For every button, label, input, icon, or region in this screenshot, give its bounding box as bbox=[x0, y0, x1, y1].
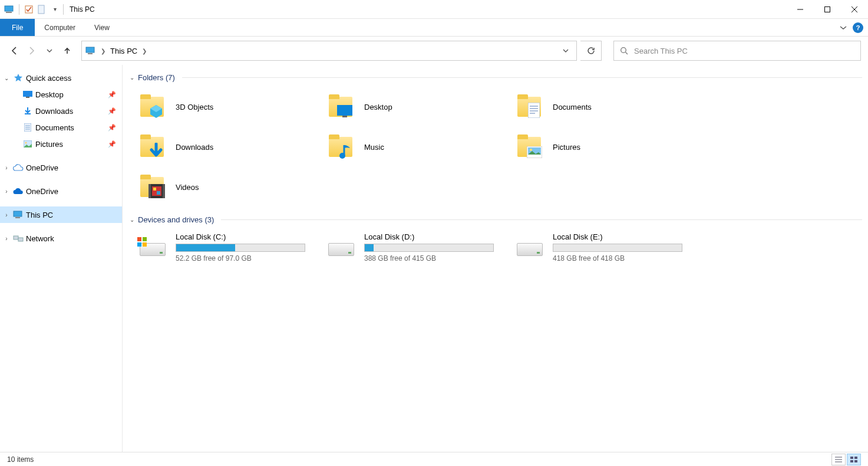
qat-properties-icon[interactable] bbox=[23, 4, 35, 15]
chevron-right-icon[interactable]: › bbox=[2, 212, 11, 218]
svg-rect-38 bbox=[163, 184, 165, 198]
drive-free-text: 52.2 GB free of 97.0 GB bbox=[176, 254, 305, 262]
tree-label: Downloads bbox=[35, 107, 73, 116]
svg-rect-5 bbox=[825, 6, 830, 12]
onedrive-icon bbox=[13, 162, 24, 173]
search-icon bbox=[620, 47, 628, 55]
svg-rect-14 bbox=[25, 113, 31, 114]
folder-downloads[interactable]: Downloads bbox=[138, 132, 326, 162]
nav-back-button[interactable] bbox=[7, 44, 21, 58]
tree-label: OneDrive bbox=[26, 163, 58, 172]
tree-quick-downloads[interactable]: Downloads 📌 bbox=[0, 103, 122, 119]
nav-forward-button[interactable] bbox=[25, 44, 39, 58]
drive-usage-bar bbox=[553, 244, 682, 252]
folder-label: Documents bbox=[553, 103, 592, 111]
folder-3d-objects[interactable]: 3D Objects bbox=[138, 91, 326, 122]
qat-customize-icon[interactable]: ▾ bbox=[49, 4, 61, 15]
download-icon bbox=[22, 106, 33, 116]
group-label: Devices and drives (3) bbox=[138, 215, 214, 224]
svg-rect-44 bbox=[137, 242, 141, 247]
folder-label: Downloads bbox=[176, 143, 213, 152]
chevron-down-icon[interactable]: ⌄ bbox=[2, 75, 11, 81]
folder-documents[interactable]: Documents bbox=[515, 91, 704, 122]
search-box[interactable] bbox=[613, 41, 861, 61]
tree-quick-pictures[interactable]: Pictures 📌 bbox=[0, 136, 122, 152]
address-pc-icon bbox=[85, 47, 96, 55]
tab-file[interactable]: File bbox=[0, 19, 35, 36]
folder-label: 3D Objects bbox=[176, 103, 213, 111]
title-bar: ▾ This PC bbox=[0, 0, 868, 19]
status-bar: 10 items bbox=[0, 452, 868, 466]
nav-up-button[interactable] bbox=[60, 44, 74, 58]
svg-rect-23 bbox=[14, 236, 18, 239]
svg-rect-43 bbox=[143, 237, 147, 241]
drive-name: Local Disk (E:) bbox=[553, 232, 682, 241]
svg-rect-41 bbox=[157, 191, 160, 195]
qat-newfolder-icon[interactable] bbox=[36, 4, 48, 15]
tree-onedrive-2[interactable]: › OneDrive bbox=[0, 183, 122, 199]
folder-icon bbox=[515, 132, 544, 162]
folder-icon bbox=[326, 132, 356, 162]
svg-rect-52 bbox=[854, 460, 857, 462]
view-details-button[interactable] bbox=[831, 454, 846, 465]
tab-view[interactable]: View bbox=[85, 19, 119, 36]
tree-quick-access[interactable]: ⌄ Quick access bbox=[0, 70, 122, 86]
chevron-right-icon[interactable]: ❯ bbox=[101, 48, 105, 54]
folder-pictures[interactable]: Pictures bbox=[515, 132, 704, 162]
document-icon bbox=[22, 122, 33, 133]
svg-rect-26 bbox=[342, 116, 347, 117]
folder-icon bbox=[138, 172, 167, 202]
svg-rect-1 bbox=[6, 12, 12, 13]
breadcrumb-thispc[interactable]: This PC bbox=[110, 47, 137, 55]
drive-icon bbox=[515, 232, 544, 256]
svg-point-10 bbox=[621, 48, 626, 53]
nav-tree: ⌄ Quick access Desktop 📌 Downloads 📌 Doc… bbox=[0, 65, 123, 452]
tree-network[interactable]: › Network bbox=[0, 230, 122, 247]
folder-music[interactable]: Music bbox=[326, 132, 515, 162]
folder-videos[interactable]: Videos bbox=[138, 172, 326, 202]
ribbon-tabs: File Computer View ? bbox=[0, 19, 868, 37]
minimize-button[interactable] bbox=[787, 0, 814, 19]
help-button[interactable]: ? bbox=[853, 22, 863, 33]
chevron-right-icon[interactable]: › bbox=[2, 235, 11, 242]
drive-d[interactable]: Local Disk (D:) 388 GB free of 415 GB bbox=[326, 232, 515, 262]
desktop-icon bbox=[22, 89, 33, 100]
tree-onedrive-1[interactable]: › OneDrive bbox=[0, 159, 122, 176]
svg-rect-24 bbox=[18, 238, 23, 241]
maximize-button[interactable] bbox=[814, 0, 841, 19]
drive-free-text: 388 GB free of 415 GB bbox=[364, 254, 494, 262]
pin-icon: 📌 bbox=[108, 124, 116, 132]
tree-label: Documents bbox=[35, 123, 74, 132]
group-divider bbox=[182, 77, 862, 78]
chevron-down-icon[interactable]: ⌄ bbox=[130, 216, 134, 223]
close-button[interactable] bbox=[841, 0, 868, 19]
drive-usage-bar bbox=[176, 244, 305, 252]
tree-quick-documents[interactable]: Documents 📌 bbox=[0, 119, 122, 136]
tree-this-pc[interactable]: › This PC bbox=[0, 206, 122, 223]
tree-quick-desktop[interactable]: Desktop 📌 bbox=[0, 86, 122, 103]
group-header-drives[interactable]: ⌄ Devices and drives (3) bbox=[123, 213, 868, 227]
chevron-right-icon[interactable]: ❯ bbox=[142, 48, 147, 54]
status-item-count: 10 items bbox=[7, 455, 34, 464]
svg-rect-12 bbox=[23, 91, 32, 97]
svg-point-20 bbox=[25, 142, 27, 144]
view-tiles-button[interactable] bbox=[847, 454, 861, 465]
refresh-button[interactable] bbox=[580, 41, 602, 61]
svg-rect-37 bbox=[148, 184, 151, 198]
ribbon-expand-icon[interactable] bbox=[837, 22, 849, 34]
group-header-folders[interactable]: ⌄ Folders (7) bbox=[123, 71, 868, 84]
address-bar[interactable]: ❯ This PC ❯ bbox=[81, 41, 577, 61]
folder-desktop[interactable]: Desktop bbox=[326, 91, 515, 122]
tab-computer[interactable]: Computer bbox=[35, 19, 85, 36]
search-input[interactable] bbox=[634, 47, 854, 55]
drive-e[interactable]: Local Disk (E:) 418 GB free of 418 GB bbox=[515, 232, 704, 262]
svg-rect-49 bbox=[850, 457, 853, 459]
tree-label: This PC bbox=[26, 211, 53, 219]
chevron-right-icon[interactable]: › bbox=[2, 165, 11, 171]
svg-rect-50 bbox=[854, 457, 857, 459]
drive-c[interactable]: Local Disk (C:) 52.2 GB free of 97.0 GB bbox=[138, 232, 326, 262]
chevron-right-icon[interactable]: › bbox=[2, 188, 11, 195]
chevron-down-icon[interactable]: ⌄ bbox=[130, 74, 134, 81]
address-dropdown-icon[interactable] bbox=[559, 48, 573, 54]
nav-recent-button[interactable] bbox=[42, 44, 57, 58]
